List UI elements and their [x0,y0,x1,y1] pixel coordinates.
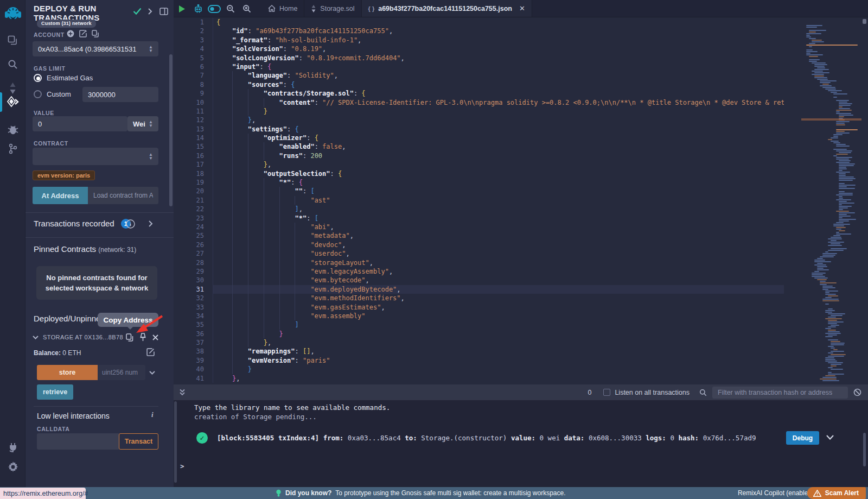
value-unit-select[interactable]: Wei ▲▼ [127,116,158,131]
custom-gas-input[interactable]: 3000000 [82,87,158,102]
code-line: "remappings": [], [213,347,784,356]
terminal-search-icon[interactable] [699,389,707,396]
value-input[interactable]: 0 [33,116,127,131]
line-number: 7 [174,71,213,80]
line-number: 30 [174,276,213,285]
low-level-interactions-title: Low level interactions [37,412,110,420]
braces-icon: { } [368,5,375,12]
editor-area: Home Storage.sol { } a69b43f277ba20fcac1… [174,0,868,487]
estimated-gas-option[interactable]: Estimated Gas [34,74,93,82]
close-tab-icon[interactable]: ✕ [519,4,525,12]
tab-build-info-json[interactable]: { } a69b43f277ba20fcac141151250ca755.jso… [362,0,532,17]
value-label: VALUE [34,110,54,116]
line-number: 8 [174,80,213,89]
debug-button[interactable]: Debug [786,431,819,445]
code-line: "settings": { [213,125,784,134]
transaction-filter-input[interactable]: Filter with transaction hash or address [712,387,848,399]
store-function-button[interactable]: store [37,365,98,380]
tab-storage-sol[interactable]: Storage.sol [304,0,361,17]
copilot-toggle[interactable] [206,0,222,17]
at-address-button[interactable]: At Address [33,187,88,204]
edit-balance-icon[interactable] [146,348,155,356]
settings-gear-icon[interactable] [0,457,25,477]
contract-select[interactable]: ▲▼ [33,148,158,165]
line-number: 40 [174,365,213,374]
pending-tx-count: 0 [588,389,591,396]
balance-row: Balance: 0 ETH [34,349,158,357]
plugin-manager-icon[interactable] [0,437,25,457]
code-line: "ast" [213,196,784,205]
search-icon[interactable] [0,54,25,74]
terminal[interactable]: Type the library name to see available c… [174,400,868,487]
custom-gas-option[interactable]: Custom [34,90,71,98]
transact-button[interactable]: Transact [119,433,158,450]
line-number: 29 [174,267,213,276]
code-line: }, [213,338,784,347]
estimated-gas-radio[interactable] [34,74,42,82]
zoom-in-icon[interactable] [239,0,255,17]
copy-account-icon[interactable] [92,30,99,37]
deploy-and-run-icon[interactable] [0,91,25,113]
file-explorer-icon[interactable] [0,30,25,50]
editor-minimap[interactable] [801,17,861,384]
run-next-chevron-icon[interactable] [148,8,152,15]
code-line: "evm.gasEstimates", [213,303,784,312]
account-stepper[interactable]: ▲▼ [149,45,153,53]
add-account-icon[interactable] [67,30,74,37]
ai-copilot-robot-icon[interactable] [190,0,206,17]
line-number: 16 [174,151,213,160]
retrieve-function-button[interactable]: retrieve [37,384,73,400]
run-script-play-icon[interactable] [174,0,190,17]
collapse-chevron-icon[interactable] [33,336,39,339]
transactions-info-icon[interactable] [126,219,135,229]
zoom-out-icon[interactable] [222,0,239,17]
line-number: 38 [174,347,213,356]
code-line: } [213,107,784,116]
clear-console-icon[interactable] [853,388,861,396]
copilot-status[interactable]: RemixAI Copilot (enabled) [738,489,814,497]
code-line: } [213,330,784,338]
code-editor[interactable]: 1234567891011121314151617181920212223242… [174,17,868,384]
divider [34,406,158,407]
browser-link-preview: https://remix.ethereum.org/# [0,488,86,499]
line-number: 20 [174,187,213,195]
transaction-log-row[interactable]: ✓ [block:5583405 txIndex:4] from: 0xa03.… [174,431,868,446]
terminal-prompt[interactable]: > [180,462,184,470]
contract-stepper[interactable]: ▲▼ [149,153,153,160]
value-unit-stepper[interactable]: ▲▼ [149,120,153,128]
line-number: 27 [174,249,213,258]
editor-scrollbar-thumb[interactable] [863,19,866,24]
remix-logo-icon[interactable] [0,3,25,27]
listen-transactions-checkbox[interactable] [603,389,610,396]
debugger-icon[interactable] [0,119,25,139]
account-select[interactable]: 0xA03...85ac4 (0.39866531531 ▲▼ [33,41,158,56]
low-level-info-icon[interactable]: i [151,410,154,419]
expand-tx-chevron-icon[interactable] [826,435,834,440]
line-number: 26 [174,241,213,249]
code-line: "evm.methodIdentifiers", [213,294,784,302]
custom-gas-radio[interactable] [34,90,42,98]
source-control-icon[interactable] [0,139,25,159]
code-line: } [213,365,784,374]
code-line: "evm.bytecode", [213,276,784,285]
at-address-input[interactable]: Load contract from Addre [88,187,158,204]
code-line: "evm.assembly" [213,312,784,320]
code-line: }, [213,374,784,383]
code-line: "*": [ [213,214,784,223]
transactions-recorded-row[interactable]: Transactions recorded 1 [34,219,131,229]
line-number: 39 [174,356,213,365]
expand-store-chevron-icon[interactable] [149,371,155,375]
code-content: { "id": "a69b43f277ba20fcac141151250ca75… [213,18,784,383]
scam-alert-badge[interactable]: Scam Alert [807,487,866,499]
line-number: 34 [174,312,213,320]
line-number: 4 [174,45,213,53]
expand-terminal-chevrons-icon[interactable] [179,389,186,396]
store-arg-input[interactable]: uint256 num [98,365,145,380]
calldata-input[interactable] [37,433,119,450]
pin-panel-icon[interactable] [159,8,168,15]
transactions-expand-chevron-icon[interactable] [148,220,153,227]
panel-scrollbar[interactable] [169,54,173,206]
sign-message-icon[interactable] [79,30,87,37]
tab-home[interactable]: Home [261,0,304,17]
terminal-scrollbar-thumb[interactable] [863,433,866,466]
